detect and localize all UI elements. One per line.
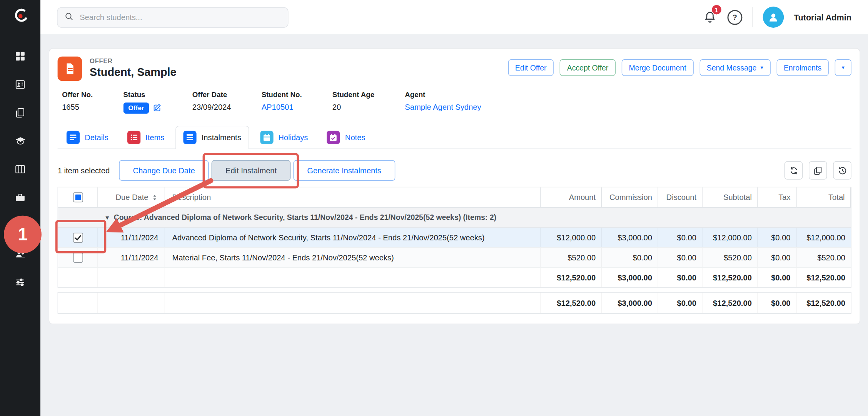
- dashboard-icon: [14, 50, 26, 62]
- courses-icon: [14, 135, 27, 147]
- tab-bar: Details Items Instalments Holidays: [58, 126, 851, 149]
- tab-holidays[interactable]: Holidays: [252, 126, 316, 149]
- avatar-person-icon: [767, 11, 780, 23]
- search-input[interactable]: [78, 12, 281, 22]
- student-no-link[interactable]: AP10501: [262, 102, 294, 111]
- tab-notes[interactable]: Notes: [319, 126, 373, 149]
- discount-cell: $0.00: [658, 228, 703, 247]
- subtotal-header[interactable]: Subtotal: [703, 188, 758, 208]
- grid-tools: [785, 161, 851, 179]
- generate-instalments-button[interactable]: Generate Instalments: [293, 160, 395, 181]
- edit-instalment-button[interactable]: Edit Instalment: [212, 160, 290, 181]
- commission-header[interactable]: Commission: [602, 188, 658, 208]
- app-logo[interactable]: [0, 0, 40, 34]
- total-header[interactable]: Total: [796, 188, 851, 208]
- details-tab-icon: [67, 131, 80, 144]
- description-header[interactable]: Description: [164, 188, 541, 208]
- tab-instalments[interactable]: Instalments: [175, 126, 249, 149]
- briefcase-icon: [14, 192, 26, 203]
- refresh-icon: [789, 166, 799, 176]
- send-message-label: Send Message: [707, 64, 757, 72]
- caret-down-icon: ▾: [760, 65, 763, 70]
- history-button[interactable]: [833, 161, 851, 179]
- tab-items[interactable]: Items: [119, 126, 172, 149]
- status-badge: Offer: [123, 102, 149, 114]
- users-icon: [14, 248, 27, 260]
- group-summary-row: $12,520.00 $3,000.00 $0.00 $12,520.00 $0…: [58, 268, 851, 287]
- offer-actions: Edit Offer Accept Offer Merge Document S…: [508, 57, 851, 76]
- user-name[interactable]: Tutorial Admin: [794, 12, 851, 22]
- notifications-button[interactable]: 1: [703, 10, 717, 24]
- enrolments-button[interactable]: Enrolments: [776, 59, 829, 76]
- topbar-divider: [752, 7, 753, 27]
- sidebar-item-classes[interactable]: [0, 155, 40, 183]
- notes-tab-icon: [327, 131, 340, 144]
- items-tab-icon: [127, 131, 141, 144]
- sidebar-item-courses[interactable]: [0, 127, 40, 155]
- tax-cell: $0.00: [758, 228, 797, 247]
- tax-cell: $0.00: [758, 248, 797, 267]
- tab-details[interactable]: Details: [59, 126, 116, 149]
- logo-icon: [11, 7, 30, 28]
- copy-icon: [813, 166, 823, 175]
- offer-titles: OFFER Student, Sample: [90, 57, 176, 79]
- instalments-tab-icon: [183, 131, 197, 144]
- change-due-date-button[interactable]: Change Due Date: [119, 160, 209, 181]
- offer-icon: [58, 57, 82, 81]
- accept-offer-button[interactable]: Accept Offer: [560, 59, 616, 76]
- select-all-checkbox[interactable]: [73, 193, 83, 203]
- help-icon[interactable]: ?: [727, 10, 742, 25]
- collapse-group-icon[interactable]: ▾: [106, 214, 109, 221]
- edit-status-icon[interactable]: [153, 103, 162, 113]
- person-icon: [14, 220, 26, 231]
- table-header-row: Due Date Description Amount Commission D…: [58, 188, 851, 208]
- offer-fields: Offer No. 1655 Status Offer Offer Date 2…: [62, 91, 851, 114]
- sidebar-item-students[interactable]: [0, 70, 40, 99]
- subtotal-cell: $12,000.00: [703, 228, 758, 247]
- table-row[interactable]: 11/11/2024 Advanced Diploma of Network S…: [58, 228, 851, 248]
- description-cell: Material Fee, Starts 11/Nov/2024 - Ends …: [164, 248, 541, 267]
- course-group-row[interactable]: ▾ Course: Advanced Diploma of Network Se…: [58, 208, 851, 228]
- field-status: Status Offer: [123, 91, 162, 114]
- students-icon: [14, 79, 26, 90]
- offer-card: OFFER Student, Sample Edit Offer Accept …: [49, 49, 860, 324]
- search-box[interactable]: [57, 7, 288, 27]
- agent-link[interactable]: Sample Agent Sydney: [405, 102, 481, 111]
- refresh-button[interactable]: [785, 161, 803, 179]
- sidebar-item-users[interactable]: [0, 240, 40, 268]
- search-icon: [64, 11, 73, 23]
- send-message-button[interactable]: Send Message▾: [699, 59, 770, 76]
- amount-header[interactable]: Amount: [541, 188, 602, 208]
- grand-total-row: $12,520.00 $3,000.00 $0.00 $12,520.00 $0…: [58, 292, 851, 314]
- subtotal-cell: $520.00: [703, 248, 758, 267]
- row-checkbox[interactable]: [73, 233, 83, 243]
- tax-header[interactable]: Tax: [758, 188, 797, 208]
- sort-icon: [151, 194, 159, 201]
- merge-document-button[interactable]: Merge Document: [622, 59, 693, 76]
- history-icon: [837, 166, 847, 176]
- page-title: Student, Sample: [90, 66, 176, 79]
- sidebar-item-dashboard[interactable]: [0, 42, 40, 70]
- field-offer-date: Offer Date 23/09/2024: [192, 91, 231, 114]
- topbar: 1 ? Tutorial Admin: [40, 0, 868, 34]
- due-date-header[interactable]: Due Date: [98, 188, 165, 208]
- field-student-no: Student No. AP10501: [262, 91, 302, 114]
- row-checkbox[interactable]: [73, 253, 83, 263]
- avatar[interactable]: [763, 7, 784, 28]
- amount-cell: $12,000.00: [541, 228, 602, 247]
- field-student-age: Student Age 20: [332, 91, 374, 114]
- edit-offer-button[interactable]: Edit Offer: [508, 59, 554, 76]
- selection-count: 1 item selected: [58, 166, 110, 175]
- sidebar: [0, 0, 40, 416]
- description-cell: Advanced Diploma of Network Security, St…: [164, 228, 541, 247]
- sidebar-item-offers[interactable]: [0, 99, 40, 127]
- topbar-right: 1 ? Tutorial Admin: [703, 7, 851, 28]
- discount-header[interactable]: Discount: [658, 188, 703, 208]
- offer-type-label: OFFER: [90, 58, 176, 64]
- sidebar-item-settings[interactable]: [0, 268, 40, 296]
- sidebar-item-reports[interactable]: [0, 212, 40, 240]
- table-row[interactable]: 11/11/2024 Material Fee, Starts 11/Nov/2…: [58, 248, 851, 268]
- sidebar-item-services[interactable]: [0, 183, 40, 211]
- more-actions-button[interactable]: ▾: [835, 59, 851, 76]
- copy-button[interactable]: [809, 161, 827, 179]
